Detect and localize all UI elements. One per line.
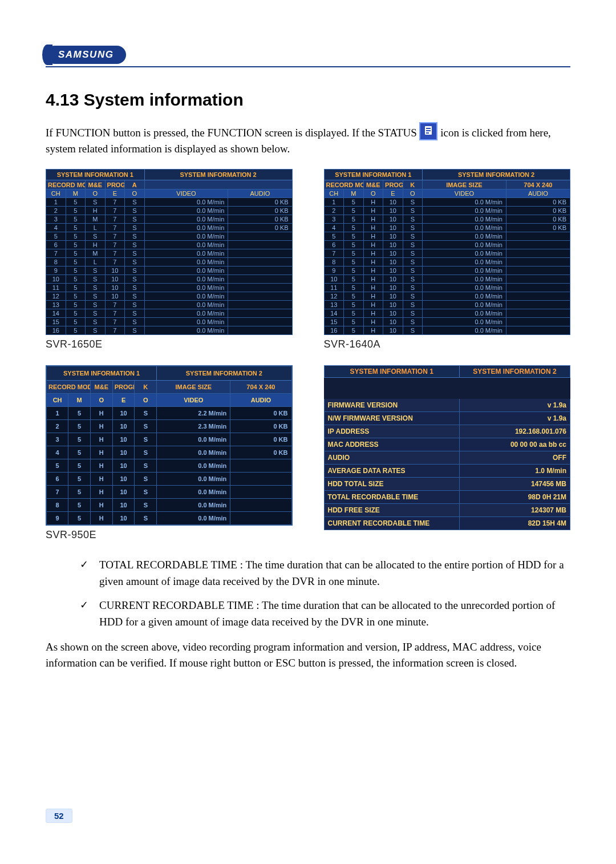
kv-row: MAC ADDRESS00 00 00 aa bb cc bbox=[324, 438, 570, 451]
table-row: 95S10S0.0 M/min bbox=[46, 267, 293, 275]
table-row: 45H10S0.0 M/min0 KB bbox=[46, 446, 292, 459]
table-row: 145H10S0.0 M/min bbox=[324, 309, 570, 318]
table-row: 65H7S0.0 M/min bbox=[46, 241, 293, 249]
table-row: 135H10S0.0 M/min bbox=[324, 301, 570, 309]
table-row: 115H10S0.0 M/min bbox=[324, 284, 570, 292]
table-row: 145S7S0.0 M/min bbox=[46, 309, 293, 318]
table-row: 15S7S0.0 M/min0 KB bbox=[46, 198, 293, 207]
kv-row: N/W FIRMWARE VERSIONv 1.9a bbox=[324, 412, 570, 425]
section-heading: 4.13 System information bbox=[46, 90, 570, 110]
table-row: 115S10S0.0 M/min bbox=[46, 284, 293, 292]
table-row: 45L7S0.0 M/min0 KB bbox=[46, 224, 293, 232]
table-row: 85L7S0.0 M/min bbox=[46, 258, 293, 267]
table-row: 55H10S0.0 M/min bbox=[46, 459, 292, 473]
svg-rect-2 bbox=[426, 128, 431, 129]
model-label-1640a: SVR-1640A bbox=[324, 338, 571, 350]
table-row: 165S7S0.0 M/min bbox=[46, 326, 293, 335]
intro-paragraph: If FUNCTION button is pressed, the FUNCT… bbox=[46, 122, 570, 156]
table-row: 135S7S0.0 M/min bbox=[46, 301, 293, 309]
table-row: 65H10S0.0 M/min bbox=[46, 473, 292, 486]
table-row: 15H10S2.2 M/min0 KB bbox=[46, 407, 292, 420]
kv-row: AUDIOOFF bbox=[324, 451, 570, 465]
table-row: 55S7S0.0 M/min bbox=[46, 232, 293, 241]
svg-rect-4 bbox=[426, 132, 429, 134]
sysinfo2-panel: SYSTEM INFORMATION 1SYSTEM INFORMATION 2… bbox=[324, 365, 571, 530]
closing-paragraph: As shown on the screen above, video reco… bbox=[46, 639, 570, 671]
table-row: 15H10S0.0 M/min0 KB bbox=[324, 198, 570, 207]
table-row: 45H10S0.0 M/min0 KB bbox=[324, 224, 570, 232]
table-row: 85H10S0.0 M/min bbox=[46, 499, 292, 512]
definition-list: TOTAL RECORDABLE TIME : The time duratio… bbox=[80, 557, 570, 630]
kv-row: HDD FREE SIZE124307 MB bbox=[324, 504, 570, 517]
table-row: 95H10S0.0 M/min bbox=[46, 512, 292, 526]
kv-row: IP ADDRESS192.168.001.076 bbox=[324, 425, 570, 438]
intro-text-a: If FUNCTION button is pressed, the FUNCT… bbox=[46, 127, 419, 139]
table-row: 75H10S0.0 M/min bbox=[46, 486, 292, 499]
kv-row: TOTAL RECORDABLE TIME98D 0H 21M bbox=[324, 491, 570, 504]
table-row: 165H10S0.0 M/min bbox=[324, 326, 570, 335]
table-row: 55H10S0.0 M/min bbox=[324, 232, 570, 241]
table-row: 85H10S0.0 M/min bbox=[324, 258, 570, 267]
kv-row: HDD TOTAL SIZE147456 MB bbox=[324, 478, 570, 491]
kv-row: AVERAGE DATA RATES1.0 M/min bbox=[324, 465, 570, 478]
svg-rect-3 bbox=[426, 130, 431, 131]
bullet-current-rec-time: CURRENT RECORDABLE TIME : The time durat… bbox=[80, 597, 570, 630]
table-row: 105H10S0.0 M/min bbox=[324, 275, 570, 284]
table-row: 75H10S0.0 M/min bbox=[324, 249, 570, 258]
bullet-total-rec-time: TOTAL RECORDABLE TIME : The time duratio… bbox=[80, 557, 570, 590]
tab-sysinfo2: SYSTEM INFORMATION 2 bbox=[144, 169, 292, 180]
table-row: 25H10S0.0 M/min0 KB bbox=[324, 207, 570, 215]
table-row: 155H10S0.0 M/min bbox=[324, 318, 570, 326]
page-number: 52 bbox=[46, 809, 72, 823]
table-row: 25H7S0.0 M/min0 KB bbox=[46, 207, 293, 215]
kv-row: FIRMWARE VERSIONv 1.9a bbox=[324, 399, 570, 412]
sysinfo-table-1650e: SYSTEM INFORMATION 1SYSTEM INFORMATION 2… bbox=[46, 169, 293, 335]
table-row: 125H10S0.0 M/min bbox=[324, 292, 570, 301]
table-row: 125S10S0.0 M/min bbox=[46, 292, 293, 301]
table-row: 105S10S0.0 M/min bbox=[46, 275, 293, 284]
header-bar: SAMSUNG bbox=[46, 46, 570, 67]
status-icon bbox=[419, 122, 437, 140]
table-row: 35H10S0.0 M/min0 KB bbox=[46, 433, 292, 446]
samsung-logo: SAMSUNG bbox=[46, 46, 126, 64]
table-row: 75M7S0.0 M/min bbox=[46, 249, 293, 258]
kv-row: CURRENT RECORDABLE TIME82D 15H 4M bbox=[324, 517, 570, 530]
table-row: 65H10S0.0 M/min bbox=[324, 241, 570, 249]
sysinfo-table-950e: SYSTEM INFORMATION 1SYSTEM INFORMATION 2… bbox=[46, 365, 293, 526]
table-row: 25H10S2.3 M/min0 KB bbox=[46, 420, 292, 433]
table-row: 155S7S0.0 M/min bbox=[46, 318, 293, 326]
table-row: 35H10S0.0 M/min0 KB bbox=[324, 215, 570, 224]
model-label-1650e: SVR-1650E bbox=[46, 338, 293, 350]
table-row: 35M7S0.0 M/min0 KB bbox=[46, 215, 293, 224]
tab-sysinfo1: SYSTEM INFORMATION 1 bbox=[46, 169, 145, 180]
model-label-950e: SVR-950E bbox=[46, 529, 293, 541]
table-row: 95H10S0.0 M/min bbox=[324, 267, 570, 275]
sysinfo-table-1640a: SYSTEM INFORMATION 1SYSTEM INFORMATION 2… bbox=[324, 169, 571, 335]
